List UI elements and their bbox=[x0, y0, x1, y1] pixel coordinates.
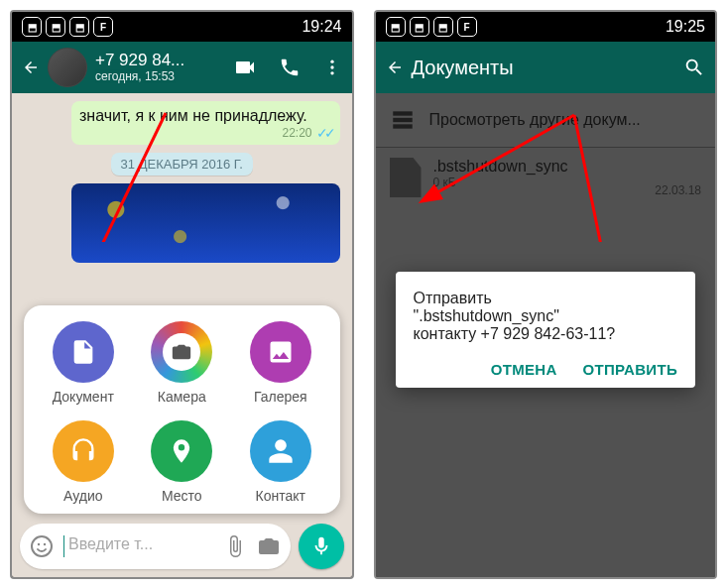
attach-document[interactable]: Документ bbox=[34, 321, 133, 405]
svg-point-2 bbox=[330, 71, 333, 74]
phone-left: ⬒ ⬒ ⬒ F 19:24 +7 929 84... сегодня, 15:5… bbox=[10, 10, 354, 579]
message-text: значит, я к ним не принадлежу. bbox=[79, 107, 332, 125]
status-icon: ⬒ bbox=[46, 17, 65, 37]
attach-label: Контакт bbox=[231, 488, 330, 504]
send-confirm-dialog: Отправить ".bstshutdown_sync" контакту +… bbox=[396, 272, 696, 388]
back-button[interactable] bbox=[22, 59, 40, 76]
documents-body: Просмотреть другие докум... .bstshutdown… bbox=[376, 93, 716, 577]
status-icon: ⬒ bbox=[410, 17, 429, 37]
attach-icon[interactable] bbox=[223, 534, 247, 558]
attach-gallery[interactable]: Галерея bbox=[231, 321, 330, 405]
chat-body: значит, я к ним не принадлежу. 22:20 ✓✓ … bbox=[12, 93, 352, 577]
mic-icon bbox=[310, 535, 332, 557]
svg-point-5 bbox=[44, 543, 46, 545]
dialog-text-line: Отправить bbox=[414, 290, 678, 307]
contact-last-seen: сегодня, 15:53 bbox=[95, 70, 225, 83]
location-pin-icon bbox=[168, 437, 195, 465]
screen-title: Документы bbox=[412, 57, 676, 79]
attach-label: Галерея bbox=[231, 389, 330, 405]
status-icon: ⬒ bbox=[433, 17, 453, 37]
status-clock: 19:25 bbox=[666, 18, 705, 36]
read-ticks-icon: ✓✓ bbox=[316, 125, 332, 141]
attach-label: Место bbox=[133, 488, 232, 504]
attach-label: Камера bbox=[133, 389, 232, 405]
video-call-icon[interactable] bbox=[233, 56, 257, 79]
attachment-sheet: Документ Камера Галерея bbox=[24, 305, 340, 514]
attach-label: Аудио bbox=[34, 488, 133, 504]
status-icon: ⬒ bbox=[69, 17, 89, 37]
attach-contact[interactable]: Контакт bbox=[231, 420, 330, 504]
attach-audio[interactable]: Аудио bbox=[34, 420, 133, 504]
chat-appbar: +7 929 84... сегодня, 15:53 bbox=[12, 42, 352, 93]
more-icon[interactable] bbox=[322, 58, 342, 77]
headphones-icon bbox=[69, 437, 97, 465]
voice-call-icon[interactable] bbox=[279, 57, 301, 78]
phone-right: ⬒ ⬒ ⬒ F 19:25 Документы Просмотреть друг… bbox=[374, 10, 718, 579]
cancel-button[interactable]: ОТМЕНА bbox=[491, 361, 557, 378]
image-message[interactable] bbox=[71, 183, 340, 263]
status-icon: ⬒ bbox=[386, 17, 406, 37]
svg-point-4 bbox=[38, 543, 40, 545]
status-bar: ⬒ ⬒ ⬒ F 19:24 bbox=[12, 12, 352, 42]
documents-appbar: Документы bbox=[376, 42, 716, 93]
status-bar: ⬒ ⬒ ⬒ F 19:25 bbox=[376, 12, 716, 42]
emoji-icon[interactable] bbox=[30, 534, 54, 558]
message-input-box[interactable]: Введите т... bbox=[20, 524, 291, 569]
status-icon: F bbox=[457, 17, 477, 37]
search-icon[interactable] bbox=[683, 57, 705, 78]
document-icon bbox=[69, 338, 97, 366]
attach-camera[interactable]: Камера bbox=[133, 321, 232, 405]
svg-point-0 bbox=[330, 60, 333, 63]
contact-title-block[interactable]: +7 929 84... сегодня, 15:53 bbox=[95, 52, 225, 83]
contact-avatar[interactable] bbox=[48, 48, 87, 87]
camera-icon bbox=[171, 341, 192, 363]
message-input-bar: Введите т... bbox=[20, 524, 344, 569]
status-icon: ⬒ bbox=[22, 17, 42, 37]
input-placeholder: Введите т... bbox=[63, 535, 213, 557]
attach-label: Документ bbox=[34, 389, 133, 405]
svg-point-1 bbox=[330, 65, 333, 68]
back-button[interactable] bbox=[386, 58, 404, 77]
dialog-text-line: ".bstshutdown_sync" bbox=[414, 307, 678, 325]
status-clock: 19:24 bbox=[302, 18, 341, 36]
mic-send-button[interactable] bbox=[299, 524, 344, 569]
gallery-icon bbox=[267, 338, 295, 366]
svg-point-3 bbox=[32, 536, 52, 556]
date-separator: 31 ДЕКАБРЯ 2016 Г. bbox=[111, 153, 253, 176]
attach-location[interactable]: Место bbox=[133, 420, 232, 504]
chat-message-out[interactable]: значит, я к ним не принадлежу. 22:20 ✓✓ bbox=[71, 101, 340, 145]
camera-input-icon[interactable] bbox=[257, 534, 281, 558]
send-button[interactable]: ОТПРАВИТЬ bbox=[583, 361, 677, 378]
contact-name: +7 929 84... bbox=[95, 52, 225, 70]
person-icon bbox=[267, 437, 295, 465]
status-icon: F bbox=[93, 17, 113, 37]
message-time: 22:20 bbox=[282, 126, 311, 140]
dialog-text-line: контакту +7 929 842-63-11? bbox=[414, 325, 678, 343]
